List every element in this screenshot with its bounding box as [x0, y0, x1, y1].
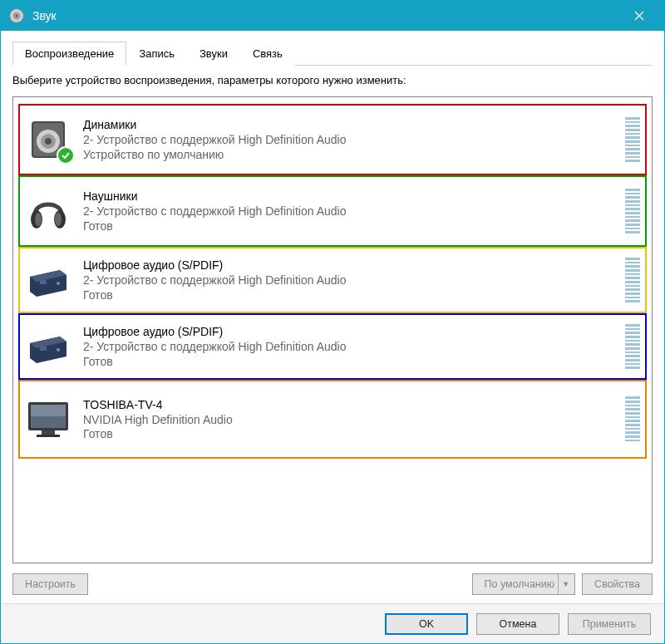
content-area: Воспроизведение Запись Звуки Связь Выбер…	[1, 31, 664, 603]
svg-rect-18	[31, 405, 66, 416]
device-text: Динамики2- Устройство с поддержкой High …	[83, 118, 617, 161]
properties-button[interactable]: Свойства	[582, 573, 653, 595]
device-text: Цифровое аудио (S/PDIF)2- Устройство с п…	[83, 325, 617, 368]
svg-point-2	[16, 15, 18, 17]
spdif-icon	[25, 323, 71, 370]
device-list[interactable]: Динамики2- Устройство с поддержкой High …	[12, 96, 653, 563]
device-title: Цифровое аудио (S/PDIF)	[83, 325, 617, 338]
device-row[interactable]: Цифровое аудио (S/PDIF)2- Устройство с п…	[18, 313, 647, 380]
svg-rect-19	[42, 430, 55, 435]
chevron-down-icon[interactable]: ▼	[558, 574, 573, 594]
device-text: Цифровое аудио (S/PDIF)2- Устройство с п…	[83, 258, 617, 302]
headphones-icon	[25, 188, 71, 234]
device-status: Готов	[83, 427, 617, 440]
svg-rect-14	[40, 347, 47, 351]
device-status: Готов	[83, 219, 617, 233]
device-title: TOSHIBA-TV-4	[83, 398, 617, 411]
device-row[interactable]: Наушники2- Устройство с поддержкой High …	[18, 175, 647, 247]
tab-communication[interactable]: Связь	[240, 42, 295, 66]
bottom-button-row: Настроить По умолчанию ▼ Свойства	[12, 573, 653, 595]
tab-sounds[interactable]: Звуки	[187, 42, 240, 66]
sound-icon	[9, 8, 24, 23]
device-subtitle: 2- Устройство с поддержкой High Definiti…	[83, 340, 617, 355]
device-row[interactable]: Цифровое аудио (S/PDIF)2- Устройство с п…	[18, 247, 647, 313]
device-subtitle: 2- Устройство с поддержкой High Definiti…	[83, 204, 617, 219]
svg-point-7	[45, 138, 52, 145]
close-button[interactable]	[623, 1, 656, 31]
tab-bar: Воспроизведение Запись Звуки Связь	[12, 41, 653, 66]
speaker-icon	[25, 116, 71, 163]
device-subtitle: 2- Устройство с поддержкой High Definiti…	[83, 273, 617, 288]
svg-point-11	[55, 213, 62, 226]
apply-button[interactable]: Применить	[568, 613, 651, 635]
device-title: Цифровое аудио (S/PDIF)	[83, 258, 617, 272]
sound-settings-window: Звук Воспроизведение Запись Звуки Связь …	[0, 0, 665, 644]
device-row[interactable]: Динамики2- Устройство с поддержкой High …	[18, 104, 647, 175]
ok-button[interactable]: OK	[385, 613, 468, 635]
cancel-button[interactable]: Отмена	[476, 613, 559, 635]
device-status: Готов	[83, 355, 617, 368]
set-default-button[interactable]: По умолчанию ▼	[472, 573, 576, 595]
tv-icon	[25, 396, 71, 442]
spdif-icon	[25, 257, 71, 303]
device-subtitle: 2- Устройство с поддержкой High Definiti…	[83, 133, 617, 148]
level-meter	[625, 189, 640, 234]
window-title: Звук	[32, 9, 623, 22]
level-meter	[625, 258, 640, 302]
svg-point-15	[57, 348, 60, 351]
set-default-label: По умолчанию	[485, 578, 555, 590]
level-meter	[625, 117, 640, 162]
device-subtitle: NVIDIA High Definition Audio	[83, 413, 617, 428]
level-meter	[625, 324, 640, 369]
svg-point-10	[35, 213, 42, 226]
tab-playback[interactable]: Воспроизведение	[12, 42, 126, 66]
device-text: Наушники2- Устройство с поддержкой High …	[83, 189, 617, 233]
dialog-footer: OK Отмена Применить	[1, 603, 664, 643]
tab-recording[interactable]: Запись	[126, 42, 187, 66]
device-title: Наушники	[83, 189, 617, 203]
level-meter	[625, 396, 640, 441]
device-row[interactable]: TOSHIBA-TV-4NVIDIA High Definition Audio…	[18, 380, 647, 459]
titlebar[interactable]: Звук	[1, 1, 664, 31]
configure-button[interactable]: Настроить	[12, 573, 88, 595]
svg-point-13	[57, 282, 60, 285]
close-icon	[634, 11, 644, 21]
device-status: Устройство по умолчанию	[83, 148, 617, 161]
device-title: Динамики	[83, 118, 617, 131]
instruction-text: Выберите устройство воспроизведения, пар…	[12, 74, 653, 88]
device-status: Готов	[83, 288, 617, 302]
device-text: TOSHIBA-TV-4NVIDIA High Definition Audio…	[83, 398, 617, 441]
default-check-icon	[57, 146, 75, 165]
svg-rect-12	[40, 280, 47, 284]
svg-rect-20	[37, 435, 60, 437]
